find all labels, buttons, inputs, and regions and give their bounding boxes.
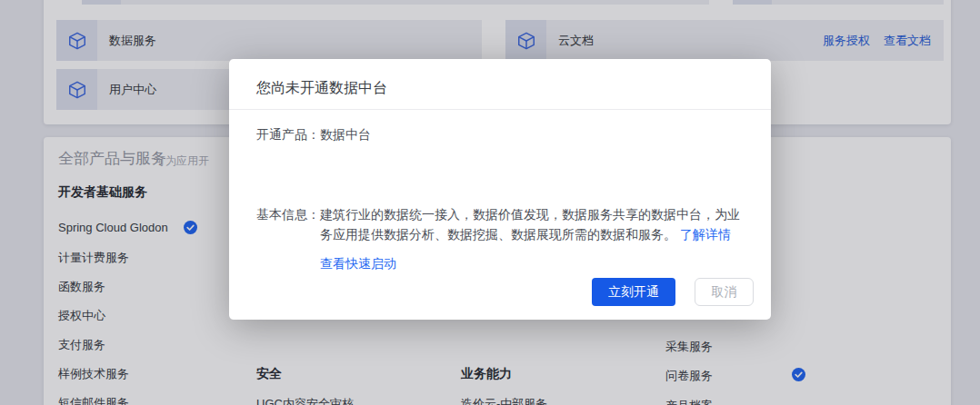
learn-more-link[interactable]: 了解详情 — [680, 227, 731, 242]
cancel-button[interactable]: 取消 — [695, 278, 754, 306]
activate-now-button[interactable]: 立刻开通 — [592, 278, 675, 306]
dialog-footer: 立刻开通 取消 — [592, 278, 754, 306]
info-field: 基本信息： 建筑行业的数据统一接入，数据价值发现，数据服务共享的数据中台，为业务… — [256, 204, 745, 244]
quickstart-link[interactable]: 查看快速启动 — [320, 256, 396, 272]
product-field-label: 开通产品： — [256, 124, 320, 144]
product-field-value: 数据中台 — [320, 124, 745, 144]
product-field: 开通产品： 数据中台 — [256, 124, 745, 144]
dialog-title: 您尚未开通数据中台 — [256, 79, 387, 98]
activate-data-platform-dialog: 您尚未开通数据中台 开通产品： 数据中台 基本信息： 建筑行业的数据统一接入，数… — [229, 59, 771, 320]
dialog-divider — [229, 109, 771, 110]
console-dashboard: 数据服务 用户中心 云文档 服务授权 查看文档 全部产品与服务 可为应用开 开发… — [0, 0, 980, 405]
info-text: 建筑行业的数据统一接入，数据价值发现，数据服务共享的数据中台，为业务应用提供数据… — [320, 207, 740, 242]
info-field-value: 建筑行业的数据统一接入，数据价值发现，数据服务共享的数据中台，为业务应用提供数据… — [320, 204, 745, 244]
info-field-label: 基本信息： — [256, 204, 320, 244]
